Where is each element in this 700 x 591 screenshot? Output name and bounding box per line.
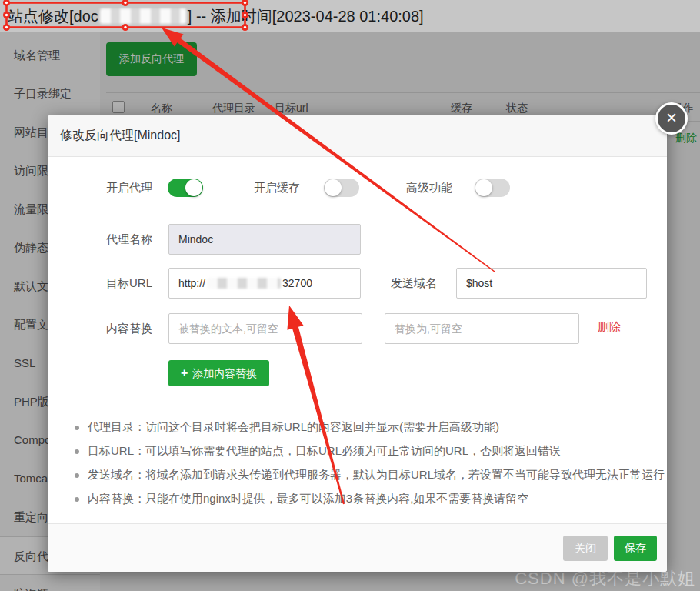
cache-enable-toggle[interactable] (324, 179, 359, 197)
help-note: 代理目录：访问这个目录时将会把目标URL的内容返回并显示(需要开启高级功能) (73, 419, 650, 435)
modal-header: 修改反向代理[Mindoc] (48, 115, 667, 157)
advanced-feature-label: 高级功能 (406, 181, 452, 195)
send-domain-label: 发送域名 (391, 276, 437, 291)
close-button[interactable]: 关闭 (563, 536, 608, 561)
save-button[interactable]: 保存 (614, 536, 657, 561)
toggle-knob (325, 179, 342, 196)
help-note: 发送域名：将域名添加到请求头传递到代理服务器，默认为目标URL域名，若设置不当可… (73, 467, 650, 482)
target-url-input[interactable]: http://32700 (168, 268, 361, 299)
proxy-enable-label: 开启代理 (106, 181, 152, 195)
censored-domain (100, 8, 186, 24)
proxy-name-label: 代理名称 (106, 232, 152, 247)
screenshot-stage: 站点修改[doc] -- 添加时间[2023-04-28 01:40:08] 域… (0, 0, 700, 591)
help-note: 目标URL：可以填写你需要代理的站点，目标URL必须为可正常访问的URL，否则将… (73, 443, 650, 459)
help-note: 内容替换：只能在使用nginx时提供，最多可以添加3条替换内容,如果不需要替换请… (73, 491, 650, 506)
plus-icon: + (181, 366, 188, 379)
modal-title: 修改反向代理[Mindoc] (60, 128, 180, 144)
target-url-suffix: 32700 (282, 277, 312, 289)
help-notes-list: 代理目录：访问这个目录时将会把目标URL的内容返回并显示(需要开启高级功能)目标… (73, 419, 650, 515)
advanced-feature-toggle[interactable] (475, 179, 510, 197)
proxy-enable-toggle[interactable] (168, 179, 203, 197)
content-replace-label: 内容替换 (106, 322, 152, 336)
site-edit-title-suffix: ] -- 添加时间[2023-04-28 01:40:08] (188, 6, 424, 27)
target-url-prefix: http:// (178, 277, 205, 289)
cache-enable-label: 开启缓存 (254, 181, 300, 195)
toggle-knob (185, 179, 202, 196)
replace-from-input[interactable] (168, 313, 362, 344)
window-title-bar: 站点修改[doc] -- 添加时间[2023-04-28 01:40:08] (0, 0, 700, 32)
toggle-knob (475, 179, 492, 196)
modal-footer: 关闭 保存 (48, 523, 667, 572)
send-domain-input[interactable] (456, 268, 647, 299)
add-content-replace-label: 添加内容替换 (192, 367, 257, 379)
close-icon[interactable]: × (655, 102, 688, 135)
replace-to-input[interactable] (385, 313, 579, 344)
target-url-label: 目标URL (106, 276, 152, 291)
site-edit-title-prefix: 站点修改[doc (8, 6, 98, 27)
censored-url-host (207, 278, 281, 289)
proxy-name-input[interactable] (168, 224, 361, 255)
edit-reverse-proxy-modal: 修改反向代理[Mindoc] × 开启代理 开启缓存 高级功能 代理名称 目标U… (48, 115, 667, 572)
add-content-replace-button[interactable]: +添加内容替换 (168, 360, 269, 386)
delete-replace-link[interactable]: 删除 (598, 320, 621, 335)
